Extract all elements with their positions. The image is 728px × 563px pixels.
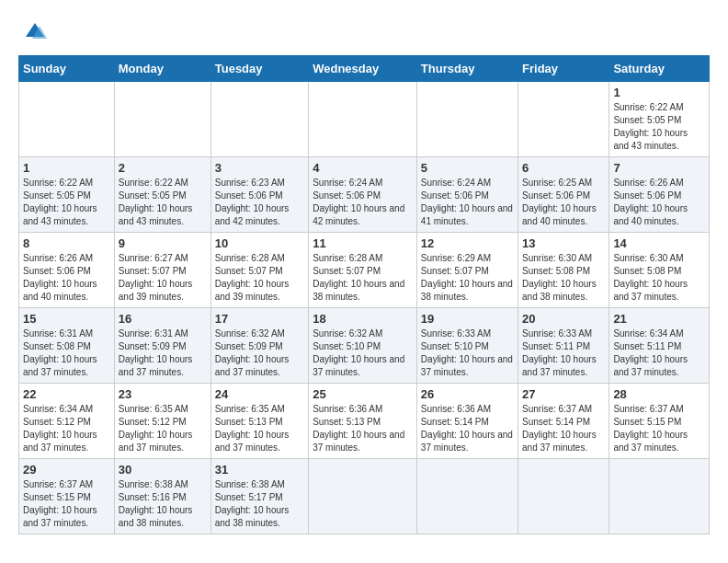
calendar-cell: 3Sunrise: 6:23 AMSunset: 5:06 PMDaylight… — [210, 157, 308, 233]
day-detail: Sunrise: 6:33 AMSunset: 5:10 PMDaylight:… — [421, 327, 514, 379]
calendar-cell: 11Sunrise: 6:28 AMSunset: 5:07 PMDayligh… — [309, 233, 417, 308]
day-detail: Sunrise: 6:34 AMSunset: 5:12 PMDaylight:… — [23, 403, 110, 454]
calendar-cell: 24Sunrise: 6:35 AMSunset: 5:13 PMDayligh… — [210, 384, 308, 459]
day-number: 20 — [522, 312, 605, 326]
day-number: 10 — [215, 236, 304, 250]
logo — [18, 18, 49, 46]
day-number: 24 — [215, 387, 304, 401]
calendar-cell: 13Sunrise: 6:30 AMSunset: 5:08 PMDayligh… — [518, 233, 609, 308]
calendar-cell: 23Sunrise: 6:35 AMSunset: 5:12 PMDayligh… — [114, 384, 210, 459]
day-detail: Sunrise: 6:25 AMSunset: 5:06 PMDaylight:… — [522, 177, 605, 228]
calendar-cell — [210, 82, 308, 157]
calendar-week-row: 1Sunrise: 6:22 AMSunset: 5:05 PMDaylight… — [19, 82, 710, 157]
calendar-cell — [309, 82, 417, 157]
calendar-cell: 2Sunrise: 6:22 AMSunset: 5:05 PMDaylight… — [114, 157, 210, 233]
calendar-cell: 21Sunrise: 6:34 AMSunset: 5:11 PMDayligh… — [609, 308, 710, 384]
calendar-cell: 29Sunrise: 6:37 AMSunset: 5:15 PMDayligh… — [19, 459, 115, 534]
calendar-cell — [609, 459, 710, 534]
day-detail: Sunrise: 6:22 AMSunset: 5:05 PMDaylight:… — [613, 101, 705, 153]
calendar-week-row: 15Sunrise: 6:31 AMSunset: 5:08 PMDayligh… — [19, 308, 710, 384]
header-tuesday: Tuesday — [210, 56, 308, 82]
calendar-cell: 20Sunrise: 6:33 AMSunset: 5:11 PMDayligh… — [518, 308, 609, 384]
day-number: 31 — [215, 463, 304, 477]
day-number: 5 — [421, 161, 514, 175]
day-detail: Sunrise: 6:33 AMSunset: 5:11 PMDaylight:… — [522, 327, 605, 379]
day-number: 8 — [23, 236, 110, 250]
calendar-cell — [518, 82, 609, 157]
calendar-cell: 7Sunrise: 6:26 AMSunset: 5:06 PMDaylight… — [609, 157, 710, 233]
day-number: 21 — [613, 312, 705, 326]
calendar-cell: 25Sunrise: 6:36 AMSunset: 5:13 PMDayligh… — [309, 384, 417, 459]
day-number: 11 — [313, 236, 413, 250]
calendar-cell: 22Sunrise: 6:34 AMSunset: 5:12 PMDayligh… — [19, 384, 115, 459]
calendar-cell: 16Sunrise: 6:31 AMSunset: 5:09 PMDayligh… — [114, 308, 210, 384]
calendar-cell: 19Sunrise: 6:33 AMSunset: 5:10 PMDayligh… — [416, 308, 518, 384]
calendar-cell — [416, 82, 518, 157]
day-number: 22 — [23, 387, 110, 401]
day-detail: Sunrise: 6:26 AMSunset: 5:06 PMDaylight:… — [613, 177, 705, 228]
day-number: 19 — [421, 312, 514, 326]
calendar-cell: 18Sunrise: 6:32 AMSunset: 5:10 PMDayligh… — [309, 308, 417, 384]
day-detail: Sunrise: 6:24 AMSunset: 5:06 PMDaylight:… — [421, 177, 514, 228]
header-monday: Monday — [114, 56, 210, 82]
day-number: 16 — [119, 312, 207, 326]
day-number: 3 — [215, 161, 304, 175]
calendar-cell: 10Sunrise: 6:28 AMSunset: 5:07 PMDayligh… — [210, 233, 308, 308]
day-detail: Sunrise: 6:38 AMSunset: 5:16 PMDaylight:… — [119, 478, 207, 530]
day-detail: Sunrise: 6:36 AMSunset: 5:13 PMDaylight:… — [313, 403, 413, 454]
day-number: 15 — [23, 312, 110, 326]
day-detail: Sunrise: 6:23 AMSunset: 5:06 PMDaylight:… — [215, 177, 304, 228]
day-detail: Sunrise: 6:37 AMSunset: 5:15 PMDaylight:… — [613, 403, 705, 454]
day-detail: Sunrise: 6:31 AMSunset: 5:08 PMDaylight:… — [23, 327, 110, 379]
day-detail: Sunrise: 6:31 AMSunset: 5:09 PMDaylight:… — [119, 327, 207, 379]
calendar-cell — [114, 82, 210, 157]
day-detail: Sunrise: 6:22 AMSunset: 5:05 PMDaylight:… — [119, 177, 207, 228]
day-number: 30 — [119, 463, 207, 477]
header-friday: Friday — [518, 56, 609, 82]
day-detail: Sunrise: 6:35 AMSunset: 5:13 PMDaylight:… — [215, 403, 304, 454]
day-number: 26 — [421, 387, 514, 401]
day-number: 17 — [215, 312, 304, 326]
calendar-cell: 12Sunrise: 6:29 AMSunset: 5:07 PMDayligh… — [416, 233, 518, 308]
calendar-cell — [19, 82, 115, 157]
calendar-cell: 28Sunrise: 6:37 AMSunset: 5:15 PMDayligh… — [609, 384, 710, 459]
calendar-cell: 1Sunrise: 6:22 AMSunset: 5:05 PMDaylight… — [19, 157, 115, 233]
calendar-cell — [309, 459, 417, 534]
header-saturday: Saturday — [609, 56, 710, 82]
header-wednesday: Wednesday — [309, 56, 417, 82]
calendar-cell: 27Sunrise: 6:37 AMSunset: 5:14 PMDayligh… — [518, 384, 609, 459]
day-detail: Sunrise: 6:32 AMSunset: 5:09 PMDaylight:… — [215, 327, 304, 379]
calendar-cell: 6Sunrise: 6:25 AMSunset: 5:06 PMDaylight… — [518, 157, 609, 233]
day-number: 4 — [313, 161, 413, 175]
day-number: 12 — [421, 236, 514, 250]
day-number: 1 — [23, 161, 110, 175]
calendar-cell: 1Sunrise: 6:22 AMSunset: 5:05 PMDaylight… — [609, 82, 710, 157]
calendar-cell: 8Sunrise: 6:26 AMSunset: 5:06 PMDaylight… — [19, 233, 115, 308]
day-detail: Sunrise: 6:36 AMSunset: 5:14 PMDaylight:… — [421, 403, 514, 454]
day-detail: Sunrise: 6:24 AMSunset: 5:06 PMDaylight:… — [313, 177, 413, 228]
day-detail: Sunrise: 6:29 AMSunset: 5:07 PMDaylight:… — [421, 252, 514, 304]
day-number: 6 — [522, 161, 605, 175]
day-detail: Sunrise: 6:34 AMSunset: 5:11 PMDaylight:… — [613, 327, 705, 379]
day-number: 1 — [613, 86, 705, 99]
day-detail: Sunrise: 6:37 AMSunset: 5:14 PMDaylight:… — [522, 403, 605, 454]
calendar-cell: 9Sunrise: 6:27 AMSunset: 5:07 PMDaylight… — [114, 233, 210, 308]
calendar-cell: 15Sunrise: 6:31 AMSunset: 5:08 PMDayligh… — [19, 308, 115, 384]
day-number: 13 — [522, 236, 605, 250]
day-number: 14 — [613, 236, 705, 250]
calendar-cell: 14Sunrise: 6:30 AMSunset: 5:08 PMDayligh… — [609, 233, 710, 308]
calendar-cell: 17Sunrise: 6:32 AMSunset: 5:09 PMDayligh… — [210, 308, 308, 384]
logo-icon — [21, 18, 49, 46]
day-number: 23 — [119, 387, 207, 401]
day-detail: Sunrise: 6:26 AMSunset: 5:06 PMDaylight:… — [23, 252, 110, 304]
day-number: 2 — [119, 161, 207, 175]
day-detail: Sunrise: 6:37 AMSunset: 5:15 PMDaylight:… — [23, 478, 110, 530]
day-detail: Sunrise: 6:35 AMSunset: 5:12 PMDaylight:… — [119, 403, 207, 454]
page-header — [18, 18, 710, 46]
day-detail: Sunrise: 6:30 AMSunset: 5:08 PMDaylight:… — [613, 252, 705, 304]
day-number: 29 — [23, 463, 110, 477]
day-number: 27 — [522, 387, 605, 401]
day-number: 25 — [313, 387, 413, 401]
day-detail: Sunrise: 6:38 AMSunset: 5:17 PMDaylight:… — [215, 478, 304, 530]
calendar-week-row: 1Sunrise: 6:22 AMSunset: 5:05 PMDaylight… — [19, 157, 710, 233]
